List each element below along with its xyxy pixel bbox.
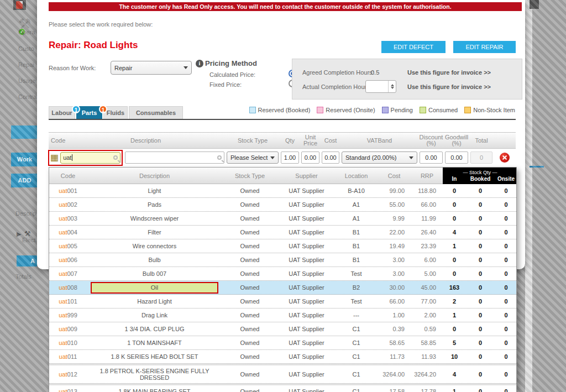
use-agreed-figure-link[interactable]: Use this figure for invoice >> <box>407 69 491 76</box>
part-result-row[interactable]: uat013 1.8K MAIN BEARING SET Owned UAT S… <box>49 384 516 392</box>
part-cost: 3.00 <box>377 270 411 277</box>
labour-count-badge: 1 <box>72 105 80 113</box>
part-qty-onsite: 0 <box>495 215 517 222</box>
use-actual-figure-link[interactable]: Use this figure for invoice >> <box>407 83 491 90</box>
legend-label: Pending <box>391 107 413 113</box>
part-supplier: UAT Supplier <box>277 229 336 236</box>
part-result-row[interactable]: uat010 1 TON MAINSHAFT Owned UAT Supplie… <box>49 336 516 350</box>
part-code: uat009 <box>49 326 87 332</box>
code-search-highlight-box: ▦ uat <box>48 150 123 166</box>
description-search-input[interactable] <box>125 151 224 164</box>
part-description: Bulb 007 <box>87 267 222 280</box>
code-search-input[interactable]: uat <box>60 152 120 164</box>
completion-hours-panel: Agreed Completion Hours: 0.5 Use this fi… <box>292 59 522 100</box>
tab-labour[interactable]: Labour 1 <box>49 106 75 119</box>
part-qty-in: 0 <box>443 201 466 208</box>
sidebar-item-operations[interactable]: Opera <box>18 29 35 35</box>
expand-arrow-icon[interactable]: ▶ <box>17 231 21 238</box>
search-icon <box>217 155 222 160</box>
sidebar-item-usage[interactable]: Usage <box>18 77 36 84</box>
part-rrp: 58.85 <box>411 339 443 346</box>
part-stock-type: Owned <box>222 326 277 332</box>
pdf-tile <box>13 0 26 10</box>
part-qty-in: 1 <box>443 243 466 249</box>
pdf-icon <box>16 1 23 9</box>
page-scrollbar[interactable] <box>525 0 532 392</box>
edit-repair-button[interactable]: EDIT REPAIR <box>453 41 516 53</box>
part-result-row[interactable]: uat008 Oil Owned UAT Supplier B2 30.00 4… <box>49 281 516 295</box>
part-qty-onsite: 0 <box>495 229 517 236</box>
part-result-row[interactable]: uat004 Filter Owned UAT Supplier B1 22.0… <box>49 226 516 239</box>
sidebar-item-customer[interactable]: Custo <box>18 45 34 52</box>
part-result-row[interactable]: uat011 1.8 K SERIES HEAD BOLT SET Owned … <box>49 350 516 364</box>
tab-consumables[interactable]: Consumables <box>129 106 183 119</box>
legend-swatch <box>317 107 323 113</box>
part-supplier: UAT Supplier <box>277 215 336 222</box>
a-button[interactable]: A <box>17 255 37 266</box>
clear-row-icon[interactable] <box>500 153 510 163</box>
part-description: Light <box>87 184 222 197</box>
col-stock-type: Stock Type <box>222 168 277 184</box>
part-rrp: 66.00 <box>411 201 443 208</box>
unit-price-input[interactable]: 0.00 <box>301 151 319 164</box>
part-result-row[interactable]: uat006 Bulb Owned UAT Supplier B1 3.00 6… <box>49 253 516 267</box>
part-result-row[interactable]: uat999 Drag Link Owned UAT Supplier --- … <box>49 309 516 322</box>
part-location: B-A10 <box>336 187 377 194</box>
part-rrp: 0.59 <box>411 326 443 332</box>
part-rrp: 118.80 <box>411 187 443 194</box>
part-result-row[interactable]: uat005 Wire connectors Owned UAT Supplie… <box>49 239 516 253</box>
part-code: uat006 <box>49 257 87 263</box>
legend-item: Non-Stock Item <box>464 107 515 113</box>
reason-for-work-select[interactable]: Repair <box>111 61 192 75</box>
part-result-row[interactable]: uat009 1 3/4 DIA. CUP PLUG Owned UAT Sup… <box>49 322 516 336</box>
spinner-arrows-icon[interactable] <box>388 81 396 92</box>
part-result-row[interactable]: uat002 Pads Owned UAT Supplier A1 55.00 … <box>49 198 516 212</box>
goodwill-input[interactable]: 0.00 <box>445 151 468 164</box>
legend-swatch <box>249 107 256 113</box>
actual-hours-label: Actual Completion Hours: <box>302 83 371 90</box>
part-qty-booked: 0 <box>466 298 495 305</box>
part-code: uat005 <box>49 243 87 249</box>
part-result-row[interactable]: uat101 Hazard Light Owned UAT Supplier T… <box>49 295 516 309</box>
parts-table-header: Code Description Stock Type Qty Unit Pri… <box>49 132 516 149</box>
cost-input[interactable]: 0.00 <box>322 151 339 164</box>
tab-parts[interactable]: Parts 1 <box>76 106 102 119</box>
part-result-row[interactable]: uat003 Windscreen wiper Owned UAT Suppli… <box>49 212 516 226</box>
total-value: 0 <box>470 151 492 164</box>
actual-hours-input[interactable] <box>365 80 396 93</box>
part-result-row[interactable]: uat012 1.8 PETROL K-SERIES ENGINE FULLY … <box>49 364 516 384</box>
legend-label: Consumed <box>428 107 458 113</box>
part-qty-booked: 0 <box>466 201 495 208</box>
qty-input[interactable]: 1.00 <box>281 151 299 164</box>
part-cost: 22.00 <box>377 229 411 236</box>
edit-defect-button[interactable]: EDIT DEFECT <box>381 41 446 53</box>
part-qty-onsite: 0 <box>495 326 517 332</box>
part-code: uat011 <box>49 353 87 360</box>
col-cost: Cost <box>321 133 340 148</box>
legend-label: Reserved (Onsite) <box>326 107 375 113</box>
work-button[interactable]: Work <box>11 153 38 166</box>
col-unit-price: Unit Price <box>300 133 321 148</box>
part-result-row[interactable]: uat007 Bulb 007 Owned UAT Supplier Test … <box>49 267 516 281</box>
part-description: Pads <box>87 198 222 211</box>
add-button[interactable]: ADD <box>11 174 38 187</box>
tab-divider <box>49 119 516 120</box>
vatband-select[interactable]: Standard (20.00%) <box>342 151 417 164</box>
part-stock-type: Owned <box>222 298 277 305</box>
col-code: Code <box>49 133 123 148</box>
col-total: Total <box>469 133 494 148</box>
legend-swatch <box>464 107 471 113</box>
barcode-scan-icon[interactable]: ▦ <box>50 153 59 162</box>
part-qty-booked: 0 <box>466 187 495 194</box>
part-result-row[interactable]: uat001 Light Owned UAT Supplier B-A10 99… <box>49 184 516 198</box>
part-qty-onsite: 0 <box>495 284 517 291</box>
sidebar-blue-panel <box>11 126 38 139</box>
sidebar-item-repair[interactable]: Repai <box>18 61 34 68</box>
part-code: uat008 <box>49 284 87 291</box>
part-location: B1 <box>336 257 377 263</box>
part-qty-in: 1 <box>443 388 466 392</box>
sidebar-item-contract[interactable]: Contra <box>18 93 36 100</box>
discount-input[interactable]: 0.00 <box>420 151 443 164</box>
part-rrp: 26.40 <box>411 229 443 236</box>
stock-type-select[interactable]: Please Select <box>227 151 279 164</box>
